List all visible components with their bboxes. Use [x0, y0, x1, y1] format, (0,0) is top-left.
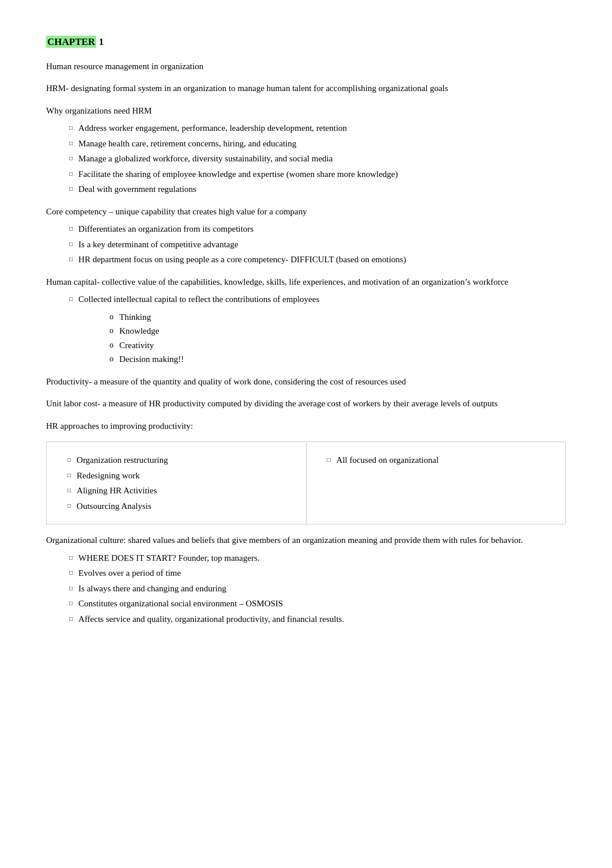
why-hrm-list: Address worker engagement, performance, …: [69, 122, 566, 196]
list-item: Evolves over a period of time: [69, 567, 566, 580]
table-col-right: All focused on organizational: [307, 442, 566, 524]
table-col-left-list: Organization restructuring Redesigning w…: [67, 454, 297, 512]
table-col-left: Organization restructuring Redesigning w…: [47, 442, 307, 524]
productivity-table: Organization restructuring Redesigning w…: [46, 441, 566, 524]
list-item: Facilitate the sharing of employee knowl…: [69, 168, 566, 181]
list-item: Manage health care, retirement concerns,…: [69, 137, 566, 150]
chapter-heading: CHAPTER 1: [46, 35, 566, 50]
section-core-competency: Core competency – unique capability that…: [46, 205, 566, 266]
list-item: Organization restructuring: [67, 454, 297, 467]
list-item: Thinking: [109, 311, 566, 324]
list-item: Outsourcing Analysis: [67, 500, 297, 513]
list-item: Manage a globalized workforce, diversity…: [69, 152, 566, 165]
list-item: Differentiates an organization from its …: [69, 222, 566, 236]
org-culture-text: Organizational culture: shared values an…: [46, 534, 566, 547]
core-competency-list: Differentiates an organization from its …: [69, 222, 566, 266]
human-capital-text: Human capital- collective value of the c…: [46, 276, 566, 289]
list-item: Redesigning work: [67, 469, 297, 482]
list-item: Knowledge: [109, 324, 566, 338]
hr-approaches-text: HR approaches to improving productivity:: [46, 420, 566, 433]
section-hrm-def: HRM- designating formal system in an org…: [46, 82, 566, 95]
hrm-def-text: HRM- designating formal system in an org…: [46, 82, 566, 95]
intro-text: Human resource management in organizatio…: [46, 60, 566, 73]
list-item: Address worker engagement, performance, …: [69, 122, 566, 135]
section-intro: Human resource management in organizatio…: [46, 60, 566, 73]
list-item: Decision making!!: [109, 353, 566, 366]
list-item: HR department focus on using people as a…: [69, 253, 566, 266]
list-item: Is always there and changing and endurin…: [69, 582, 566, 595]
chapter-label: CHAPTER: [46, 36, 96, 48]
section-org-culture: Organizational culture: shared values an…: [46, 534, 566, 625]
org-culture-list: WHERE DOES IT START? Founder, top manage…: [69, 552, 566, 626]
table-col-right-list: All focused on organizational: [327, 454, 557, 467]
section-why-hrm: Why organizations need HRM Address worke…: [46, 104, 566, 196]
list-item: Affects service and quality, organizatio…: [69, 613, 566, 626]
list-item: Aligning HR Activities: [67, 484, 297, 497]
list-item: Constitutes organizational social enviro…: [69, 597, 566, 610]
section-unit-labor: Unit labor cost- a measure of HR product…: [46, 397, 566, 410]
unit-labor-text: Unit labor cost- a measure of HR product…: [46, 397, 566, 410]
list-item: Is a key determinant of competitive adva…: [69, 238, 566, 251]
human-capital-sub-list: Thinking Knowledge Creativity Decision m…: [109, 311, 566, 366]
core-competency-text: Core competency – unique capability that…: [46, 205, 566, 218]
chapter-number: 1: [96, 36, 104, 47]
list-item: Creativity: [109, 339, 566, 352]
why-hrm-heading: Why organizations need HRM: [46, 104, 566, 118]
human-capital-list: Collected intellectual capital to reflec…: [69, 293, 566, 306]
section-human-capital: Human capital- collective value of the c…: [46, 276, 566, 366]
section-hr-approaches: HR approaches to improving productivity:…: [46, 420, 566, 525]
list-item: Deal with government regulations: [69, 183, 566, 196]
list-item: Collected intellectual capital to reflec…: [69, 293, 566, 306]
list-item: All focused on organizational: [327, 454, 557, 467]
productivity-text: Productivity- a measure of the quantity …: [46, 375, 566, 388]
list-item: WHERE DOES IT START? Founder, top manage…: [69, 552, 566, 565]
section-productivity: Productivity- a measure of the quantity …: [46, 375, 566, 388]
